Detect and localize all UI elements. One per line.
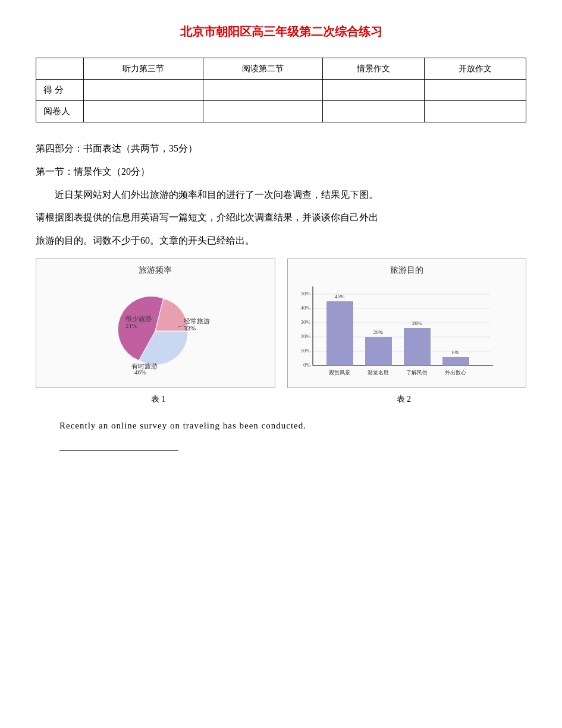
instruction-text2: 旅游的目的。词数不少于60。文章的开头已经给出。 <box>36 232 526 250</box>
y-label-40: 40% <box>300 305 310 311</box>
bar-xlabel-2: 游览名胜 <box>368 370 389 376</box>
chart2-title: 旅游目的 <box>294 265 520 276</box>
section-header: 第四部分：书面表达（共两节，35分） <box>36 140 526 157</box>
y-label-10: 10% <box>300 348 310 354</box>
score-cell-4[interactable] <box>424 80 526 101</box>
bar-xlabel-3: 了解民俗 <box>406 370 428 376</box>
y-label-0: 0% <box>303 362 311 368</box>
bar-xlabel-1: 观赏风景 <box>329 370 350 376</box>
charts-row: 旅游频率 很少旅游 21% 经常旅 <box>36 259 526 388</box>
pie-pct-often: 33% <box>184 324 196 332</box>
pie-container: 很少旅游 21% 经常旅游 33% 有时旅游 46% <box>42 281 269 376</box>
reviewer-cell-4[interactable] <box>424 101 526 122</box>
score-table: 听力第三节 阅读第二节 情景作文 开放作文 得 分 阅卷人 <box>36 58 526 122</box>
answer-sentence: Recently an online survey on traveling h… <box>36 417 526 434</box>
table2-label: 表 2 <box>281 394 527 405</box>
bar-label-1: 45% <box>334 294 344 300</box>
bar-4 <box>442 357 469 365</box>
bar-label-4: 6% <box>452 349 460 355</box>
reviewer-cell-2[interactable] <box>203 101 322 122</box>
pie-label-rare: 很少旅游 <box>125 315 152 322</box>
pie-chart: 很少旅游 21% 经常旅游 33% 有时旅游 46% <box>96 281 215 376</box>
row-label-score: 得 分 <box>36 80 84 101</box>
bar-xlabel-4: 外出散心 <box>445 370 466 376</box>
answer-area: Recently an online survey on traveling h… <box>36 417 526 457</box>
page-title: 北京市朝阳区高三年级第二次综合练习 <box>36 24 526 40</box>
table1-label: 表 1 <box>36 394 281 405</box>
pie-pct-sometimes: 46% <box>134 368 146 376</box>
table-labels-row: 表 1 表 2 <box>36 394 526 405</box>
col-header-1: 听力第三节 <box>84 58 203 80</box>
row-label-reviewer: 阅卷人 <box>36 101 84 122</box>
score-cell-1[interactable] <box>84 80 203 101</box>
col-header-4: 开放作文 <box>424 58 526 80</box>
bar-2 <box>365 337 392 365</box>
pie-label-often: 经常旅游 <box>184 317 210 324</box>
answer-underline-container <box>36 439 526 457</box>
score-cell-3[interactable] <box>322 80 424 101</box>
y-label-50: 50% <box>300 291 310 297</box>
chart1-box: 旅游频率 很少旅游 21% 经常旅 <box>36 259 275 388</box>
answer-blank-line[interactable] <box>59 450 178 451</box>
bar-container: 0% 10% 20% 30% 40% 50% 45% <box>294 281 520 382</box>
bar-chart-svg: 0% 10% 20% 30% 40% 50% 45% <box>294 281 496 382</box>
y-label-30: 30% <box>300 319 310 325</box>
col-header-2: 阅读第二节 <box>203 58 322 80</box>
reviewer-cell-3[interactable] <box>322 101 424 122</box>
bar-1 <box>326 301 353 365</box>
chart2-box: 旅游目的 0% 10% 20% 30% 40% 50% <box>287 259 527 388</box>
reviewer-cell-1[interactable] <box>84 101 203 122</box>
bar-label-3: 26% <box>412 320 422 326</box>
bar-3 <box>404 328 431 365</box>
empty-header <box>36 58 84 80</box>
col-header-3: 情景作文 <box>322 58 424 80</box>
chart1-title: 旅游频率 <box>42 265 269 276</box>
intro-text: 近日某网站对人们外出旅游的频率和目的进行了一次问卷调查，结果见下图。 <box>36 187 526 204</box>
instruction-text: 请根据图表提供的信息用英语写一篇短文，介绍此次调查结果，并谈谈你自己外出 <box>36 209 526 226</box>
score-cell-2[interactable] <box>203 80 322 101</box>
pie-pct-rare: 21% <box>125 322 137 329</box>
y-label-20: 20% <box>300 333 310 339</box>
section-sub: 第一节：情景作文（20分） <box>36 163 526 181</box>
bar-label-2: 20% <box>373 329 383 335</box>
